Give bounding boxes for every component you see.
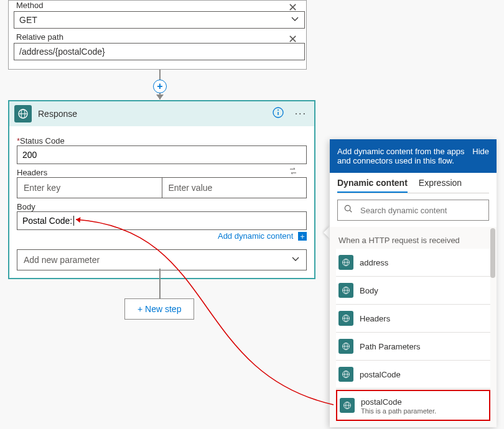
response-title: Response xyxy=(38,109,264,119)
http-icon xyxy=(338,283,353,298)
chevron-down-icon xyxy=(291,255,300,265)
method-value: GET xyxy=(19,15,37,25)
response-icon xyxy=(14,105,32,122)
add-dynamic-content-link[interactable]: Add dynamic content xyxy=(218,231,293,241)
svg-point-5 xyxy=(278,109,279,111)
scrollbar[interactable] xyxy=(490,228,495,278)
new-step-button[interactable]: + New step xyxy=(124,298,194,320)
remove-method-icon[interactable]: ✕ xyxy=(284,0,301,16)
flyout-pointer-icon xyxy=(324,226,330,239)
http-icon xyxy=(338,311,353,326)
text-cursor xyxy=(73,216,74,226)
header-value-input[interactable]: Enter value xyxy=(162,177,307,198)
request-action-card: Method ✕ GET Relative path ✕ xyxy=(8,0,307,70)
response-card-header[interactable]: Response ··· xyxy=(9,101,314,126)
add-parameter-select[interactable]: Add new parameter xyxy=(17,249,307,270)
dynamic-content-panel: Add dynamic content from the apps and co… xyxy=(330,139,497,427)
http-icon xyxy=(338,255,353,270)
dc-item-body[interactable]: Body xyxy=(336,277,490,305)
dc-search-box[interactable] xyxy=(337,200,489,221)
header-key-input[interactable]: Enter key xyxy=(17,177,162,198)
tab-expression[interactable]: Expression xyxy=(419,178,462,193)
tab-dynamic-content[interactable]: Dynamic content xyxy=(337,178,408,193)
swap-mode-icon[interactable] xyxy=(287,165,299,177)
connector-line-2 xyxy=(159,269,161,298)
add-parameter-placeholder: Add new parameter xyxy=(24,255,100,265)
body-value: Postal Code: xyxy=(22,216,72,226)
status-code-label: *Status Code xyxy=(17,136,307,145)
connector-arrow-icon xyxy=(156,95,164,99)
svg-point-6 xyxy=(345,205,350,211)
relative-path-input[interactable] xyxy=(14,43,305,60)
chevron-down-icon xyxy=(291,15,299,25)
insert-step-button[interactable]: + xyxy=(153,80,167,93)
dc-item-address[interactable]: address xyxy=(336,249,490,277)
hide-panel-link[interactable]: Hide xyxy=(472,147,489,156)
response-action-card: Response ··· *Status Code Headers Enter … xyxy=(8,100,315,279)
status-code-input[interactable] xyxy=(17,145,307,164)
dc-item-postalcode[interactable]: postalCode xyxy=(336,361,490,389)
add-dc-plus-icon[interactable]: ＋ xyxy=(298,232,307,241)
body-input[interactable]: Postal Code: xyxy=(17,211,307,230)
relative-path-label: Relative path xyxy=(14,32,301,43)
dc-item-postalcode-path[interactable]: postalCode This is a path parameter. xyxy=(336,390,490,421)
dc-banner-text: Add dynamic content from the apps and co… xyxy=(337,147,467,165)
dc-item-headers[interactable]: Headers xyxy=(336,305,490,333)
http-icon xyxy=(338,339,353,354)
designer-canvas: Method ✕ GET Relative path ✕ + xyxy=(0,0,504,429)
method-label: Method xyxy=(14,1,301,11)
remove-path-icon[interactable]: ✕ xyxy=(284,31,301,47)
dc-item-path-parameters[interactable]: Path Parameters xyxy=(336,333,490,361)
svg-line-7 xyxy=(350,210,352,212)
dc-search-input[interactable] xyxy=(359,205,482,216)
search-icon xyxy=(344,205,353,216)
info-icon[interactable] xyxy=(270,104,286,123)
more-menu-icon[interactable]: ··· xyxy=(292,106,309,122)
http-icon xyxy=(338,367,353,382)
http-icon xyxy=(340,398,355,413)
dc-token-list: address Body Headers Path Parameters pos… xyxy=(336,249,490,421)
body-label: Body xyxy=(17,202,307,211)
method-select[interactable]: GET xyxy=(14,11,305,29)
headers-label: Headers xyxy=(17,168,307,177)
dc-section-title: When a HTTP request is received xyxy=(336,229,490,249)
